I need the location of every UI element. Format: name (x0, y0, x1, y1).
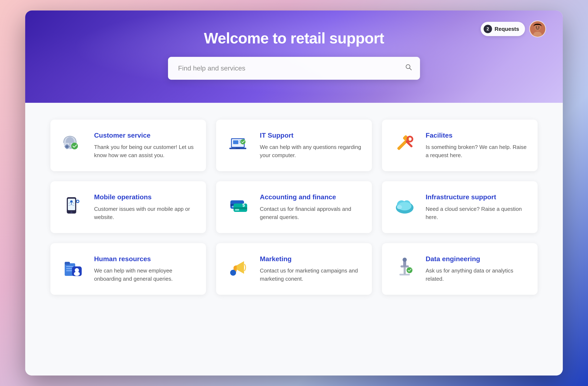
svg-point-32 (70, 211, 72, 213)
card-marketing-desc: Contact us for marketing campaigns and m… (260, 267, 362, 283)
card-hr-title: Human resources (94, 255, 196, 263)
svg-point-54 (74, 272, 80, 276)
card-facilities-title: Facilites (426, 131, 527, 139)
card-hr-body: Human resources We can help with new emp… (94, 255, 196, 283)
svg-rect-50 (66, 268, 72, 269)
card-infrastructure-title: Infrastructure support (426, 193, 527, 201)
svg-line-7 (410, 68, 411, 70)
hr-icon (61, 255, 86, 280)
card-data-engineering-desc: Ask us for anything data or analytics re… (426, 267, 527, 283)
card-customer-service-desc: Thank you for being our customer! Let us… (94, 143, 196, 159)
card-facilities-desc: Is something broken? We can help. Raise … (426, 143, 527, 159)
card-data-engineering-body: Data engineering Ask us for anything dat… (426, 255, 527, 283)
card-mobile-operations[interactable]: Mobile operations Customer issues with o… (50, 181, 206, 233)
card-customer-service-body: Customer service Thank you for being our… (94, 131, 196, 159)
card-infrastructure-desc: Need a cloud service? Raise a question h… (426, 205, 527, 221)
svg-point-62 (402, 258, 407, 262)
data-engineering-icon (392, 255, 417, 280)
svg-point-46 (397, 205, 402, 209)
card-it-support[interactable]: IT Support We can help with any question… (216, 119, 372, 171)
hero-top-bar: 2 Requests (481, 20, 546, 37)
card-mobile-body: Mobile operations Customer issues with o… (94, 193, 196, 221)
card-facilities-body: Facilites Is something broken? We can he… (426, 131, 527, 159)
it-support-icon (226, 131, 251, 156)
svg-rect-40 (235, 209, 239, 211)
search-input[interactable] (168, 57, 420, 80)
hero-section: 2 Requests Welcome to retail s (25, 10, 563, 103)
content-section: Customer service Thank you for being our… (25, 103, 563, 376)
card-accounting-body: Accounting and finance Contact us for fi… (260, 193, 362, 221)
card-data-engineering-title: Data engineering (426, 255, 527, 263)
svg-rect-15 (68, 146, 69, 147)
card-marketing[interactable]: Marketing Contact us for marketing campa… (216, 243, 372, 295)
marketing-icon (226, 255, 251, 280)
svg-rect-51 (66, 270, 73, 271)
card-data-engineering[interactable]: Data engineering Ask us for anything dat… (382, 243, 538, 295)
card-mobile-desc: Customer issues with our mobile app or w… (94, 205, 196, 221)
card-customer-service[interactable]: Customer service Thank you for being our… (50, 119, 206, 171)
card-accounting-desc: Contact us for financial approvals and g… (260, 205, 362, 221)
mobile-operations-icon (61, 193, 86, 218)
requests-badge: 2 (484, 25, 492, 33)
card-marketing-body: Marketing Contact us for marketing campa… (260, 255, 362, 283)
card-it-support-title: IT Support (260, 131, 362, 139)
svg-point-28 (409, 138, 411, 140)
facilities-icon (392, 131, 417, 156)
svg-point-9 (71, 143, 78, 149)
card-customer-service-title: Customer service (94, 131, 196, 139)
svg-rect-12 (66, 144, 67, 145)
svg-rect-24 (397, 140, 407, 150)
svg-point-34 (77, 201, 79, 202)
svg-rect-18 (233, 140, 238, 144)
card-marketing-title: Marketing (260, 255, 362, 263)
main-container: 2 Requests Welcome to retail s (25, 10, 563, 376)
svg-point-11 (66, 146, 68, 148)
svg-point-5 (538, 27, 540, 28)
svg-point-21 (240, 139, 246, 144)
svg-point-63 (407, 267, 412, 273)
svg-rect-14 (64, 146, 65, 147)
card-accounting[interactable]: $ Accounting and finance Contact us for … (216, 181, 372, 233)
customer-service-icon (61, 131, 86, 156)
card-accounting-title: Accounting and finance (260, 193, 362, 201)
svg-rect-13 (66, 148, 67, 149)
svg-rect-59 (404, 267, 406, 274)
svg-point-4 (536, 27, 537, 28)
card-hr-desc: We can help with new employee onboarding… (94, 267, 196, 283)
avatar[interactable] (529, 20, 546, 37)
card-mobile-title: Mobile operations (94, 193, 196, 201)
search-icon (405, 64, 412, 73)
svg-rect-23 (236, 148, 240, 149)
card-infrastructure[interactable]: Infrastructure support Need a cloud serv… (382, 181, 538, 233)
accounting-icon: $ (226, 193, 251, 218)
page-title: Welcome to retail support (204, 30, 384, 47)
infrastructure-icon (392, 193, 417, 218)
requests-label: Requests (495, 26, 519, 32)
svg-text:$: $ (242, 202, 245, 208)
card-infrastructure-body: Infrastructure support Need a cloud serv… (426, 193, 527, 221)
card-facilities[interactable]: Facilites Is something broken? We can he… (382, 119, 538, 171)
svg-point-57 (230, 270, 236, 276)
card-it-support-body: IT Support We can help with any question… (260, 131, 362, 159)
search-bar (168, 57, 420, 80)
svg-rect-49 (66, 266, 74, 267)
card-it-support-desc: We can help with any questions regarding… (260, 143, 362, 159)
svg-rect-48 (65, 262, 70, 265)
requests-button[interactable]: 2 Requests (481, 22, 525, 36)
cards-grid: Customer service Thank you for being our… (50, 119, 538, 295)
avatar-image (530, 22, 545, 36)
card-hr[interactable]: Human resources We can help with new emp… (50, 243, 206, 295)
